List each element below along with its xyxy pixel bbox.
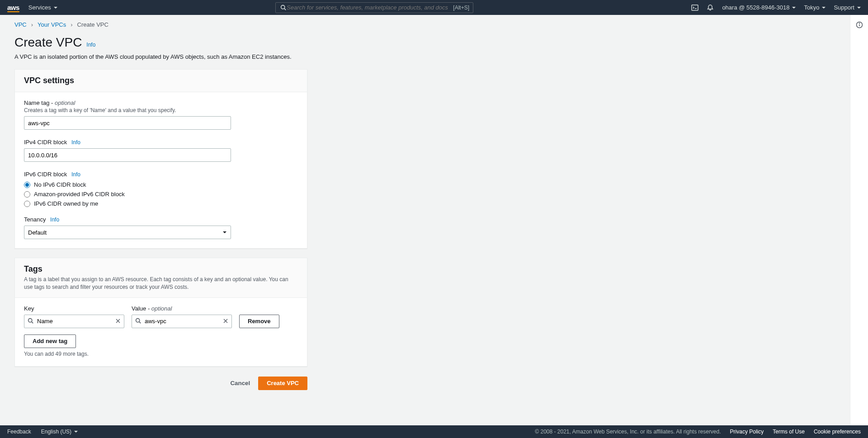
support-label: Support: [834, 4, 854, 11]
language-menu[interactable]: English (US): [41, 429, 78, 435]
name-tag-hint: Creates a tag with a key of 'Name' and a…: [24, 107, 298, 113]
breadcrumb-vpc[interactable]: VPC: [14, 21, 27, 28]
caret-down-icon: [822, 7, 826, 9]
tag-key-label: Key: [24, 305, 124, 312]
privacy-link[interactable]: Privacy Policy: [730, 429, 764, 435]
chevron-right-icon: ›: [71, 21, 72, 28]
ipv6-radio-none[interactable]: No IPv6 CIDR block: [24, 181, 298, 188]
svg-point-13: [859, 23, 859, 24]
vpc-settings-panel: VPC settings Name tag - optional Creates…: [14, 69, 307, 249]
name-tag-input[interactable]: [24, 116, 231, 130]
svg-rect-2: [692, 5, 698, 10]
page-title: Create VPC: [14, 35, 82, 50]
svg-line-8: [139, 322, 141, 323]
info-link[interactable]: Info: [86, 42, 95, 48]
caret-down-icon: [74, 431, 78, 433]
info-link[interactable]: Info: [50, 217, 59, 223]
tags-header: Tags: [24, 264, 298, 274]
ipv6-radio-owned[interactable]: IPv6 CIDR owned by me: [24, 200, 298, 207]
cookies-link[interactable]: Cookie preferences: [814, 429, 861, 435]
account-label: ohara @ 5528-8946-3018: [722, 4, 789, 11]
search-icon: [28, 318, 33, 325]
help-panel-rail: [850, 15, 868, 425]
global-search[interactable]: [Alt+S]: [275, 2, 473, 13]
region-label: Tokyo: [804, 4, 819, 11]
aws-logo[interactable]: aws: [7, 4, 19, 11]
services-label: Services: [28, 4, 51, 11]
region-menu[interactable]: Tokyo: [804, 4, 826, 11]
search-icon: [279, 4, 287, 11]
copyright: © 2008 - 2021, Amazon Web Services, Inc.…: [535, 429, 721, 435]
chevron-right-icon: ›: [31, 21, 33, 28]
search-shortcut: [Alt+S]: [453, 5, 469, 11]
cloudshell-icon[interactable]: [691, 4, 698, 11]
tag-value-label: Value - optional: [132, 305, 232, 312]
search-input[interactable]: [287, 4, 453, 11]
ipv4-cidr-input[interactable]: [24, 148, 231, 162]
clear-icon[interactable]: [223, 318, 228, 325]
main-content: VPC › Your VPCs › Create VPC Create VPC …: [0, 15, 850, 425]
info-link[interactable]: Info: [71, 171, 80, 178]
cancel-button[interactable]: Cancel: [227, 380, 253, 386]
vpc-settings-header: VPC settings: [24, 76, 298, 85]
account-menu[interactable]: ohara @ 5528-8946-3018: [722, 4, 796, 11]
add-tag-button[interactable]: Add new tag: [24, 334, 76, 348]
caret-down-icon: [54, 7, 57, 9]
page-description: A VPC is an isolated portion of the AWS …: [14, 53, 835, 60]
clear-icon[interactable]: [115, 318, 121, 325]
tag-value-input[interactable]: [132, 315, 232, 328]
info-link[interactable]: Info: [71, 139, 80, 146]
svg-point-0: [281, 5, 284, 9]
services-menu[interactable]: Services: [28, 4, 57, 11]
ipv6-radio-amazon[interactable]: Amazon-provided IPv6 CIDR block: [24, 191, 298, 198]
breadcrumb: VPC › Your VPCs › Create VPC: [14, 21, 835, 28]
create-vpc-button[interactable]: Create VPC: [258, 377, 307, 390]
info-icon[interactable]: [856, 21, 863, 425]
feedback-link[interactable]: Feedback: [7, 429, 31, 435]
caret-down-icon: [857, 7, 861, 9]
tenancy-select[interactable]: Default: [24, 226, 231, 239]
caret-down-icon: [792, 7, 796, 9]
svg-line-1: [284, 9, 285, 10]
svg-point-7: [136, 318, 140, 322]
breadcrumb-current: Create VPC: [77, 21, 108, 28]
tags-description: A tag is a label that you assign to an A…: [24, 276, 298, 291]
support-menu[interactable]: Support: [834, 4, 861, 11]
footer: Feedback English (US) © 2008 - 2021, Ama…: [0, 425, 868, 438]
tag-limit-hint: You can add 49 more tags.: [24, 351, 298, 357]
svg-point-3: [28, 318, 32, 322]
ipv4-label: IPv4 CIDR block: [24, 139, 67, 146]
tenancy-label: Tenancy: [24, 216, 46, 223]
breadcrumb-your-vpcs[interactable]: Your VPCs: [38, 21, 66, 28]
remove-tag-button[interactable]: Remove: [239, 315, 279, 328]
tags-panel: Tags A tag is a label that you assign to…: [14, 258, 307, 367]
svg-line-4: [32, 322, 33, 323]
notifications-icon[interactable]: [707, 4, 714, 11]
ipv6-label: IPv6 CIDR block: [24, 171, 67, 178]
tag-key-input[interactable]: [24, 315, 124, 328]
top-nav: aws Services [Alt+S] ohara @ 5528-8946-3…: [0, 0, 868, 15]
search-icon: [135, 318, 141, 325]
name-tag-label: Name tag - optional: [24, 99, 298, 106]
terms-link[interactable]: Terms of Use: [773, 429, 805, 435]
